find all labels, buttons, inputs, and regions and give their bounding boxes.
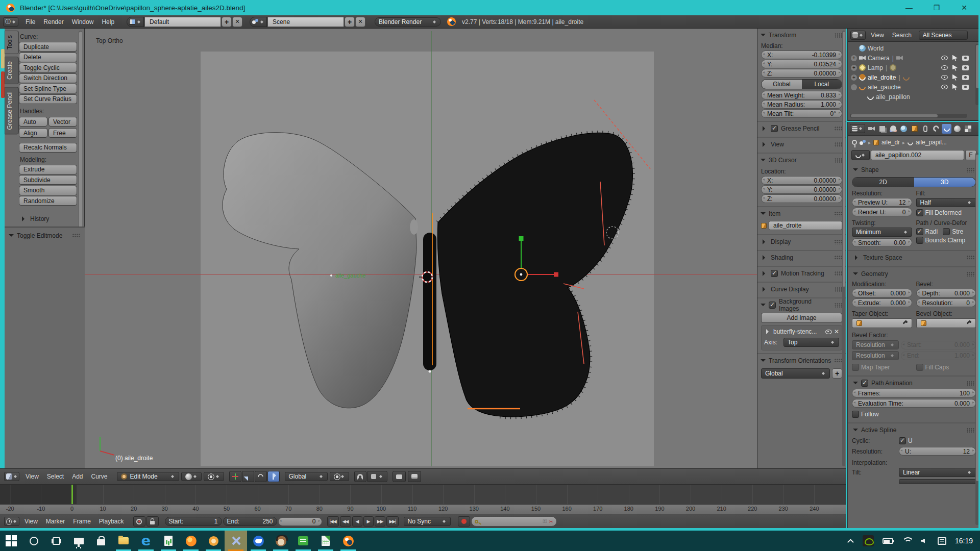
- view-panel-header[interactable]: View: [760, 139, 844, 150]
- editor-type-outliner-button[interactable]: [850, 31, 866, 40]
- current-frame-field[interactable]: 0: [278, 517, 322, 526]
- properties-tab-render[interactable]: [867, 124, 876, 134]
- cursor-y-field[interactable]: Y:0.00000: [761, 185, 842, 194]
- bevel-object-field[interactable]: [916, 318, 976, 328]
- delete-layout-button[interactable]: [232, 17, 242, 27]
- taskbar-file-explorer[interactable]: [112, 531, 135, 551]
- keying-set-field[interactable]: ⚿ ✂: [471, 516, 557, 527]
- panel-grip-icon[interactable]: [835, 271, 843, 276]
- duplicate-button[interactable]: Duplicate: [19, 42, 77, 52]
- panel-grip-icon[interactable]: [835, 33, 843, 38]
- shading-select[interactable]: [181, 472, 202, 481]
- menu-add[interactable]: Add: [68, 473, 87, 480]
- panel-grip-icon[interactable]: [967, 428, 975, 433]
- taskbar-cortana[interactable]: [22, 531, 45, 551]
- auto-keyframe-button[interactable]: [133, 516, 145, 527]
- menu-curve[interactable]: Curve: [87, 473, 112, 480]
- render-engine-select[interactable]: Blender Render: [375, 17, 441, 27]
- shading-panel-header[interactable]: Shading: [760, 252, 844, 263]
- panel-grip-icon[interactable]: [967, 256, 975, 260]
- expander-icon[interactable]: −: [851, 84, 857, 90]
- last-operator-header[interactable]: Toggle Editmode: [8, 230, 82, 241]
- grease-pencil-header[interactable]: Grease Pencil: [760, 123, 844, 134]
- twist-method-select[interactable]: Minimum: [852, 228, 912, 237]
- camera-restrict-icon[interactable]: [962, 56, 969, 61]
- expander-icon[interactable]: +: [851, 65, 857, 71]
- history-panel-header[interactable]: History: [19, 213, 77, 224]
- properties-tab-object[interactable]: [910, 124, 919, 134]
- path-animation-header[interactable]: Path Animation: [852, 378, 976, 389]
- editor-type-properties-button[interactable]: [850, 124, 865, 133]
- preview-u-field[interactable]: Preview U:12: [852, 198, 912, 207]
- opengl-render-anim-button[interactable]: [408, 471, 421, 482]
- timeline-track[interactable]: [0, 485, 846, 504]
- expander-icon[interactable]: +: [851, 55, 857, 61]
- outliner-item-aile-gauche[interactable]: −aile_gauche: [851, 82, 980, 92]
- item-panel-header[interactable]: Item: [760, 208, 844, 219]
- menu-view[interactable]: View: [20, 518, 42, 525]
- snap-element-select[interactable]: [367, 471, 387, 482]
- datablock-name-field[interactable]: aile_papillon.002: [871, 150, 964, 160]
- panel-grip-icon[interactable]: [835, 359, 843, 363]
- action-center-icon[interactable]: [938, 537, 946, 545]
- mode-select[interactable]: Edit Mode: [117, 472, 179, 481]
- panel-grip-icon[interactable]: [967, 168, 975, 172]
- grease-pencil-checkbox[interactable]: [771, 125, 778, 132]
- pointer-icon[interactable]: [952, 55, 958, 61]
- bevel-factor-end-mapping[interactable]: Resolution: [852, 351, 899, 360]
- current-frame-line[interactable]: [71, 485, 73, 504]
- bounds-clamp-checkbox[interactable]: [916, 237, 923, 244]
- disclosure-triangle[interactable]: [766, 329, 771, 334]
- panel-grip-icon[interactable]: [835, 303, 843, 308]
- end-frame-field[interactable]: End:250: [223, 517, 277, 526]
- minimize-button[interactable]: —: [902, 4, 916, 12]
- cyclic-u-checkbox[interactable]: [899, 437, 906, 444]
- scene-field[interactable]: Scene: [267, 17, 344, 27]
- depth-field[interactable]: Depth:0.000: [916, 289, 976, 297]
- play-reverse-button[interactable]: ◀: [352, 516, 362, 527]
- menu-render[interactable]: Render: [39, 18, 67, 26]
- properties-tab-texture[interactable]: [963, 124, 973, 134]
- render-u-field[interactable]: Render U:0: [852, 208, 912, 216]
- local-toggle[interactable]: Local: [802, 80, 842, 89]
- curve-display-header[interactable]: Curve Display: [760, 284, 844, 295]
- bevel-factor-end-field[interactable]: End:1.000: [901, 352, 976, 360]
- align-button[interactable]: Align: [19, 128, 47, 138]
- taskbar-visual-studio[interactable]: [225, 531, 247, 551]
- eyedropper-icon[interactable]: [965, 320, 971, 327]
- panel-grip-icon[interactable]: [835, 142, 843, 147]
- start-frame-field[interactable]: Start:1: [165, 517, 222, 526]
- scrollbar-thumb[interactable]: [851, 114, 938, 117]
- add-layout-button[interactable]: [222, 17, 232, 27]
- 3d-toggle[interactable]: 3D: [914, 178, 976, 187]
- auto-button[interactable]: Auto: [19, 117, 47, 127]
- scrollbar-thumb[interactable]: [79, 32, 82, 231]
- fill-mode-select[interactable]: Half: [916, 198, 976, 207]
- taskbar-libreoffice-calc[interactable]: [314, 531, 337, 551]
- subdivide-button[interactable]: Subdivide: [19, 175, 77, 185]
- eye-icon[interactable]: [941, 65, 948, 70]
- next-keyframe-button[interactable]: ▶▶: [375, 516, 386, 527]
- taper-object-field[interactable]: [852, 318, 912, 328]
- extrude-button[interactable]: Extrude: [19, 165, 77, 174]
- geometry-panel-header[interactable]: Geometry: [852, 268, 976, 280]
- menu-file[interactable]: File: [21, 18, 39, 26]
- median-z-field[interactable]: Z:0.00000: [761, 69, 842, 78]
- tray-chevron-up-icon[interactable]: [847, 539, 854, 545]
- taskbar-edge[interactable]: [135, 531, 157, 551]
- item-name-field[interactable]: aile_droite: [769, 221, 842, 230]
- add-orientation-button[interactable]: [832, 368, 842, 379]
- taskbar-blender[interactable]: [337, 531, 359, 551]
- eyedropper-icon[interactable]: [901, 320, 908, 327]
- properties-tab-world[interactable]: [899, 124, 909, 134]
- menu-marker[interactable]: Marker: [42, 518, 69, 525]
- toggle-cyclic-button[interactable]: Toggle Cyclic: [19, 63, 77, 72]
- panel-grip-icon[interactable]: [967, 272, 975, 277]
- median-x-field[interactable]: X:-0.10399: [761, 51, 842, 59]
- motion-tracking-checkbox[interactable]: [771, 270, 778, 277]
- eye-icon[interactable]: [941, 56, 948, 60]
- tilt-interpolation-select[interactable]: Linear: [899, 468, 976, 477]
- snap-magnet-button[interactable]: [354, 471, 366, 482]
- delete-button[interactable]: Delete: [19, 53, 77, 62]
- opengl-render-button[interactable]: [393, 471, 406, 482]
